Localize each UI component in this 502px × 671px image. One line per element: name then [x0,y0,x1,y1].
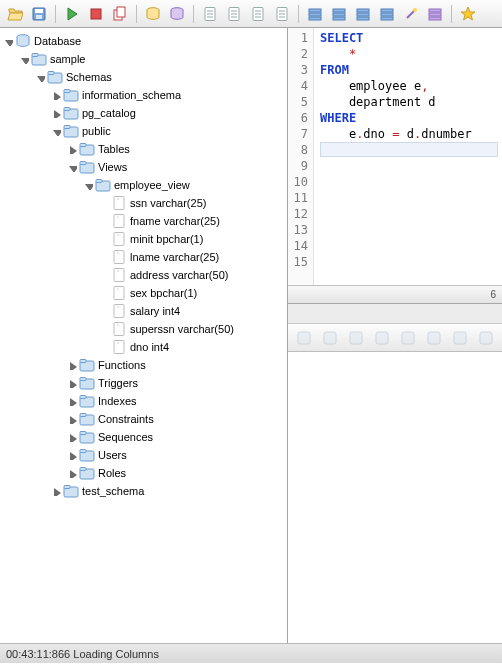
remove-row-button[interactable] [424,328,444,348]
tree-node-label: fname varchar(25) [130,215,220,227]
nav-first-button[interactable] [294,328,314,348]
copy-button[interactable] [450,328,470,348]
tree-node[interactable]: public [2,122,287,140]
tree-node[interactable]: Users [2,446,287,464]
disclosure-closed-icon[interactable] [50,107,62,119]
star-button[interactable] [457,3,479,25]
code-line[interactable] [320,238,498,254]
tree-node[interactable]: salary int4 [2,302,287,320]
rows-purple-button[interactable] [424,3,446,25]
tree-node[interactable]: information_schema [2,86,287,104]
editor-scrollbar[interactable]: 6 [288,286,502,304]
sql-editor[interactable]: 123456789101112131415 SELECT *FROM emplo… [288,28,502,286]
tree-node[interactable]: Views [2,158,287,176]
tree-node[interactable]: Indexes [2,392,287,410]
tree-node[interactable]: ssn varchar(25) [2,194,287,212]
tree-node[interactable]: Sequences [2,428,287,446]
disclosure-closed-icon[interactable] [66,431,78,443]
run-green-icon [64,6,80,22]
db-purple-button[interactable] [166,3,188,25]
disclosure-open-icon[interactable] [82,179,94,191]
list-button[interactable] [346,328,366,348]
code-line[interactable] [320,158,498,174]
rows-blue2-button[interactable] [376,3,398,25]
tree-node[interactable]: fname varchar(25) [2,212,287,230]
page-lines-button[interactable] [271,3,293,25]
disclosure-open-icon[interactable] [2,35,14,47]
column-icon [111,249,127,265]
code-line[interactable]: * [320,46,498,62]
tree-node[interactable]: address varchar(50) [2,266,287,284]
page-grid-button[interactable] [247,3,269,25]
code-line[interactable] [320,142,498,158]
wand-button[interactable] [400,3,422,25]
line-gutter: 123456789101112131415 [288,28,314,285]
tree-node-label: Database [34,35,81,47]
code-line[interactable] [320,190,498,206]
db-yellow-icon [145,6,161,22]
tree-node[interactable]: Tables [2,140,287,158]
disclosure-open-icon[interactable] [50,125,62,137]
code-line[interactable] [320,222,498,238]
code-line[interactable]: FROM [320,62,498,78]
tree-node[interactable]: employee_view [2,176,287,194]
disclosure-closed-icon[interactable] [66,449,78,461]
code-line[interactable]: employee e, [320,78,498,94]
disclosure-closed-icon[interactable] [66,143,78,155]
db-yellow-button[interactable] [142,3,164,25]
db-tree[interactable]: DatabasesampleSchemasinformation_schemap… [0,28,288,643]
disclosure-closed-icon[interactable] [66,467,78,479]
results-panel[interactable] [288,352,502,643]
disclosure-open-icon[interactable] [34,71,46,83]
disclosure-open-icon[interactable] [18,53,30,65]
tree-node[interactable]: Schemas [2,68,287,86]
tree-node[interactable]: Triggers [2,374,287,392]
tree-node[interactable]: superssn varchar(50) [2,320,287,338]
tree-node[interactable]: Roles [2,464,287,482]
tree-node-label: dno int4 [130,341,169,353]
disclosure-closed-icon[interactable] [50,89,62,101]
nav-next-button[interactable] [372,328,392,348]
nav-first-icon [296,330,312,346]
code-line[interactable]: WHERE [320,110,498,126]
tree-node[interactable]: minit bpchar(1) [2,230,287,248]
code-line[interactable] [320,206,498,222]
tree-node[interactable]: Functions [2,356,287,374]
code-line[interactable]: department d [320,94,498,110]
tree-node[interactable]: test_schema [2,482,287,500]
disclosure-open-icon[interactable] [66,161,78,173]
code-line[interactable]: SELECT [320,30,498,46]
code-line[interactable] [320,174,498,190]
tree-node[interactable]: sample [2,50,287,68]
add-row-button[interactable] [398,328,418,348]
code-line[interactable]: e.dno = d.dnumber [320,126,498,142]
code-line[interactable] [320,254,498,270]
disclosure-closed-icon[interactable] [66,359,78,371]
disclosure-closed-icon[interactable] [50,485,62,497]
filter-button[interactable] [476,328,496,348]
tree-node[interactable]: Database [2,32,287,50]
save-button[interactable] [28,3,50,25]
panel-gap [288,304,502,324]
run-green-button[interactable] [61,3,83,25]
line-number: 1 [288,30,313,46]
stop-red-button[interactable] [85,3,107,25]
tree-node[interactable]: pg_catalog [2,104,287,122]
tree-node[interactable]: sex bpchar(1) [2,284,287,302]
stack-blue-button[interactable] [304,3,326,25]
disclosure-closed-icon[interactable] [66,377,78,389]
line-number: 8 [288,142,313,158]
folder-open-button[interactable] [4,3,26,25]
disclosure-closed-icon[interactable] [66,413,78,425]
page-copy-button[interactable] [223,3,245,25]
tree-node[interactable]: Constraints [2,410,287,428]
code-area[interactable]: SELECT *FROM employee e, department dWHE… [314,28,502,285]
tree-node[interactable]: lname varchar(25) [2,248,287,266]
copy-red-button[interactable] [109,3,131,25]
disclosure-closed-icon[interactable] [66,395,78,407]
nav-prev-button[interactable] [320,328,340,348]
tree-node[interactable]: dno int4 [2,338,287,356]
rows-blue-button[interactable] [352,3,374,25]
menu-blue-button[interactable] [328,3,350,25]
page-button[interactable] [199,3,221,25]
